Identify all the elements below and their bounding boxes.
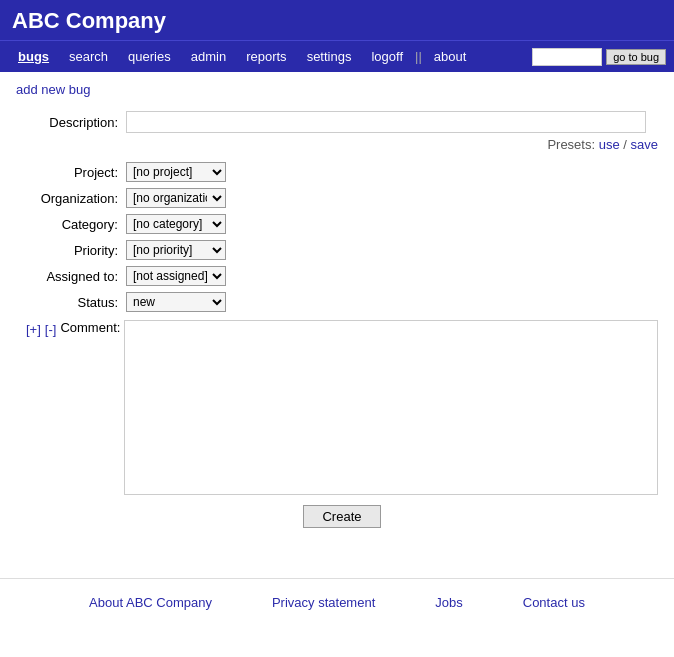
presets-slash: / [623, 137, 627, 152]
assigned-row: Assigned to: [not assigned] [26, 266, 658, 286]
create-button[interactable]: Create [303, 505, 380, 528]
organization-select[interactable]: [no organization] [126, 188, 226, 208]
footer-jobs-link[interactable]: Jobs [435, 595, 462, 610]
description-label: Description: [26, 115, 126, 130]
footer-links: About ABC Company Privacy statement Jobs… [0, 595, 674, 610]
category-select[interactable]: [no category] [126, 214, 226, 234]
presets-use-link[interactable]: use [599, 137, 620, 152]
status-row: Status: new [26, 292, 658, 312]
project-label: Project: [26, 165, 126, 180]
footer-privacy-link[interactable]: Privacy statement [272, 595, 375, 610]
go-to-bug-button[interactable]: go to bug [606, 49, 666, 65]
nav-search-area: go to bug [532, 48, 666, 66]
nav-separator: || [413, 49, 424, 64]
priority-label: Priority: [26, 243, 126, 258]
status-select[interactable]: new [126, 292, 226, 312]
form-section: Description: Presets: use / save Project… [26, 111, 658, 528]
comment-row: [+] [-] Comment: [26, 320, 658, 495]
app-header: ABC Company [0, 0, 674, 40]
page-title[interactable]: add new bug [16, 82, 90, 97]
comment-label: Comment: [60, 320, 120, 335]
assigned-label: Assigned to: [26, 269, 126, 284]
comment-collapse-btn[interactable]: [-] [45, 322, 57, 337]
nav-item-logoff[interactable]: logoff [361, 45, 413, 68]
nav-item-queries[interactable]: queries [118, 45, 181, 68]
organization-row: Organization: [no organization] [26, 188, 658, 208]
project-select[interactable]: [no project] [126, 162, 226, 182]
organization-label: Organization: [26, 191, 126, 206]
nav-item-settings[interactable]: settings [297, 45, 362, 68]
category-label: Category: [26, 217, 126, 232]
app-title: ABC Company [12, 8, 166, 33]
description-row: Description: [26, 111, 658, 133]
footer: About ABC Company Privacy statement Jobs… [0, 578, 674, 620]
go-to-bug-input[interactable] [532, 48, 602, 66]
nav-item-bugs[interactable]: bugs [8, 45, 59, 68]
category-row: Category: [no category] [26, 214, 658, 234]
presets-row: Presets: use / save [26, 137, 658, 152]
assigned-select[interactable]: [not assigned] [126, 266, 226, 286]
create-row: Create [26, 505, 658, 528]
project-row: Project: [no project] [26, 162, 658, 182]
comment-expand-btn[interactable]: [+] [26, 322, 41, 337]
footer-about-link[interactable]: About ABC Company [89, 595, 212, 610]
navbar: bugs search queries admin reports settin… [0, 40, 674, 72]
nav-item-about[interactable]: about [424, 45, 477, 68]
presets-label: Presets: [547, 137, 595, 152]
priority-select[interactable]: [no priority] [126, 240, 226, 260]
footer-contact-link[interactable]: Contact us [523, 595, 585, 610]
comment-textarea[interactable] [124, 320, 658, 495]
description-input[interactable] [126, 111, 646, 133]
priority-row: Priority: [no priority] [26, 240, 658, 260]
presets-save-link[interactable]: save [631, 137, 658, 152]
nav-item-admin[interactable]: admin [181, 45, 236, 68]
nav-item-reports[interactable]: reports [236, 45, 296, 68]
content: add new bug Description: Presets: use / … [0, 72, 674, 538]
status-label: Status: [26, 295, 126, 310]
comment-controls: [+] [-] [26, 322, 56, 337]
nav-item-search[interactable]: search [59, 45, 118, 68]
